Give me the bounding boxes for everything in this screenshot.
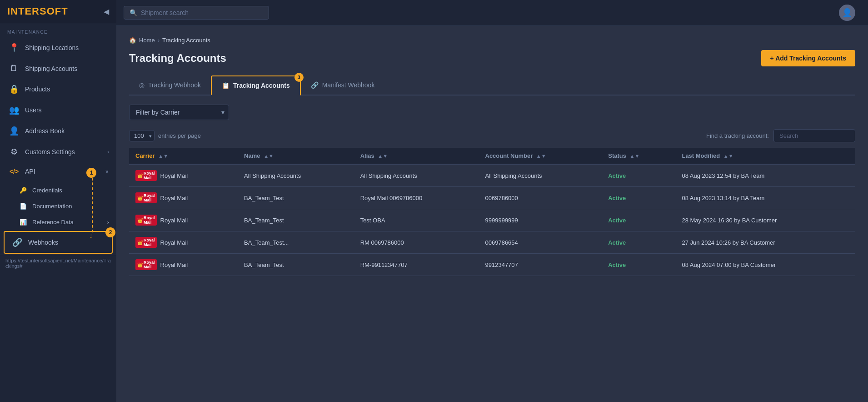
column-header-last-modified[interactable]: Last Modified ▲▼: [675, 148, 855, 164]
sidebar-item-users[interactable]: 👥 Users: [0, 100, 116, 121]
page-title: Tracking Accounts: [129, 52, 226, 65]
sidebar-item-label: Webhooks: [28, 239, 58, 246]
tab-tracking-webhook[interactable]: ◎ Tracking Webhook: [129, 76, 211, 95]
sidebar-item-address-book[interactable]: 👤 Address Book: [0, 121, 116, 141]
table-cell-account-number: 9912347707: [479, 254, 602, 276]
search-box[interactable]: 🔍: [124, 6, 269, 20]
home-icon: 🏠: [129, 37, 136, 44]
tab-manifest-webhook[interactable]: 🔗 Manifest Webhook: [301, 76, 385, 95]
sort-icon-last-modified: ▲▼: [723, 153, 733, 159]
filter-row: Filter by Carrier Royal Mail DHL FedEx U…: [129, 105, 855, 120]
table-cell-name: BA_Team_Test...: [238, 231, 354, 254]
add-tracking-accounts-button[interactable]: + Add Tracking Accounts: [761, 50, 855, 66]
table-row[interactable]: 👑RoyalMailRoyal MailBA_Team_TestRoyal Ma…: [129, 187, 855, 209]
table-cell-account-number: 0069786654: [479, 231, 602, 254]
manifest-webhook-icon: 🔗: [311, 81, 319, 89]
tabs-container: ◎ Tracking Webhook 📋 Tracking Accounts 3…: [129, 75, 855, 95]
tracking-search-input[interactable]: [773, 129, 855, 142]
sidebar-collapse-button[interactable]: ◀: [104, 7, 109, 16]
sidebar-item-credentials[interactable]: 🔑 Credentials: [0, 182, 116, 198]
column-header-status[interactable]: Status ▲▼: [602, 148, 675, 164]
dashed-line-1: [92, 178, 93, 232]
table-row[interactable]: 👑RoyalMailRoyal MailBA_Team_TestRM-99112…: [129, 254, 855, 276]
chevron-right-icon: ›: [107, 149, 109, 155]
column-header-name[interactable]: Name ▲▼: [238, 148, 354, 164]
table-cell-alias: RM 0069786000: [354, 231, 479, 254]
sidebar-item-customs-settings[interactable]: ⚙ Customs Settings ›: [0, 141, 116, 162]
tracking-accounts-tab-icon: 📋: [222, 82, 229, 89]
table-cell-name: BA_Team_Test: [238, 187, 354, 209]
address-book-icon: 👤: [9, 126, 20, 136]
table-cell-carrier: 👑RoyalMailRoyal Mail: [129, 231, 238, 254]
topbar: 🔍 👤: [116, 0, 868, 26]
annotation-badge-1: 1: [86, 168, 96, 178]
sidebar-logo: INTERSOFT ◀: [0, 0, 116, 23]
chevron-down-icon: ∨: [105, 168, 109, 175]
sidebar-item-label: Shipping Locations: [25, 44, 79, 51]
table-cell-alias: RM-99112347707: [354, 254, 479, 276]
table-cell-status: Active: [602, 231, 675, 254]
table-controls: 100 50 25 entries per page Find a tracki…: [129, 129, 855, 142]
sidebar-item-reference-data[interactable]: 📊 Reference Data ›: [0, 214, 116, 230]
table-cell-last-modified: 08 Aug 2023 12:54 by BA Team: [675, 164, 855, 187]
breadcrumb-home-link[interactable]: Home: [139, 37, 155, 44]
sidebar-item-api[interactable]: </> API ∨: [0, 162, 116, 181]
sidebar: INTERSOFT ◀ MAINTENANCE 📍 Shipping Locat…: [0, 0, 116, 402]
table-row[interactable]: 👑RoyalMailRoyal MailAll Shipping Account…: [129, 164, 855, 187]
sidebar-item-label: Shipping Accounts: [25, 65, 77, 72]
entries-per-page-select[interactable]: 100 50 25: [129, 130, 155, 141]
logo-white: INTER: [7, 5, 40, 17]
column-header-account-number[interactable]: Account Number ▲▼: [479, 148, 602, 164]
tab-label: Tracking Accounts: [233, 82, 290, 89]
sidebar-item-label: Reference Data: [32, 219, 74, 226]
sort-icon-account-number: ▲▼: [536, 153, 546, 159]
sidebar-item-documentation[interactable]: 📄 Documentation: [0, 198, 116, 214]
entries-select-wrapper[interactable]: 100 50 25: [129, 130, 155, 141]
table-cell-name: BA_Team_Test: [238, 254, 354, 276]
column-header-alias[interactable]: Alias ▲▼: [354, 148, 479, 164]
sidebar-item-label: Products: [25, 85, 50, 93]
search-icon: 🔍: [130, 9, 137, 16]
documentation-icon: 📄: [20, 203, 27, 210]
sidebar-item-label: Documentation: [32, 203, 72, 210]
tab-tracking-accounts[interactable]: 📋 Tracking Accounts 3: [211, 75, 301, 95]
table-cell-last-modified: 08 Aug 2024 07:00 by BA Customer: [675, 254, 855, 276]
carrier-filter-wrapper[interactable]: Filter by Carrier Royal Mail DHL FedEx U…: [129, 105, 229, 120]
credentials-icon: 🔑: [20, 187, 27, 194]
table-row[interactable]: 👑RoyalMailRoyal MailBA_Team_Test...RM 00…: [129, 231, 855, 254]
sidebar-item-label: Address Book: [25, 127, 65, 135]
table-cell-account-number: 0069786000: [479, 187, 602, 209]
table-row[interactable]: 👑RoyalMailRoyal MailBA_Team_TestTest OBA…: [129, 209, 855, 231]
url-bar: https://test.intersoftsapient.net/Mainte…: [0, 255, 116, 271]
main-area: 🔍 👤 🏠 Home › Tracking Accounts Tracking …: [116, 0, 868, 402]
sort-icon-name: ▲▼: [264, 153, 274, 159]
tracking-accounts-table: Carrier ▲▼ Name ▲▼ Alias ▲▼ Account Numb…: [129, 148, 855, 276]
table-cell-status: Active: [602, 187, 675, 209]
sidebar-item-label: Credentials: [32, 187, 62, 194]
sort-icon-status: ▲▼: [630, 153, 640, 159]
carrier-filter-select[interactable]: Filter by Carrier Royal Mail DHL FedEx U…: [129, 105, 229, 120]
entries-control: 100 50 25 entries per page: [129, 130, 201, 141]
chevron-right-icon-ref: ›: [107, 219, 109, 226]
column-header-carrier[interactable]: Carrier ▲▼: [129, 148, 238, 164]
table-cell-carrier: 👑RoyalMailRoyal Mail: [129, 254, 238, 276]
sidebar-item-shipping-locations[interactable]: 📍 Shipping Locations: [0, 37, 116, 58]
sidebar-item-shipping-accounts[interactable]: 🗒 Shipping Accounts: [0, 58, 116, 79]
page-header: Tracking Accounts + Add Tracking Account…: [129, 50, 855, 66]
webhooks-icon: 🔗: [12, 237, 23, 247]
search-input[interactable]: [141, 9, 263, 16]
table-cell-carrier: 👑RoyalMailRoyal Mail: [129, 209, 238, 231]
sidebar-item-products[interactable]: 🔒 Products: [0, 79, 116, 100]
sidebar-item-webhooks[interactable]: 🔗 Webhooks 2: [4, 231, 113, 254]
avatar: 👤: [839, 5, 855, 21]
users-icon: 👥: [9, 105, 20, 115]
table-cell-last-modified: 27 Jun 2024 10:26 by BA Customer: [675, 231, 855, 254]
table-cell-account-number: All Shipping Accounts: [479, 164, 602, 187]
table-head: Carrier ▲▼ Name ▲▼ Alias ▲▼ Account Numb…: [129, 148, 855, 164]
breadcrumb: 🏠 Home › Tracking Accounts: [129, 37, 855, 44]
sort-icon-carrier: ▲▼: [158, 153, 168, 159]
logo-text: INTERSOFT: [7, 5, 68, 17]
entries-label: entries per page: [158, 132, 201, 139]
sort-icon-alias: ▲▼: [378, 153, 388, 159]
topbar-right: 👤: [839, 5, 861, 21]
